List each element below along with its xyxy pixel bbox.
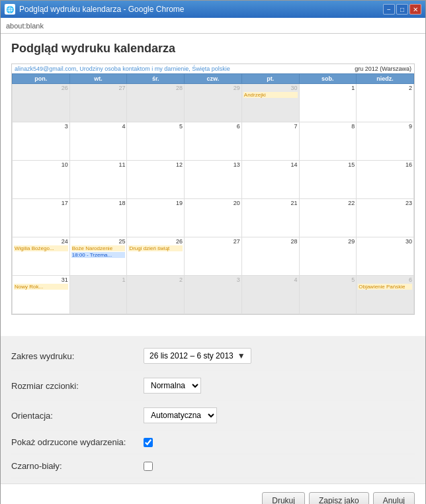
day-number: 16 [358,161,412,168]
title-bar-left: 🌐 Podgląd wydruku kalendarza - Google Ch… [5,4,184,15]
calendar-day-cell: 1 [299,84,357,122]
font-size-control: Mała Normalna Duża [144,378,201,394]
calendar-day-cell: 17 [13,199,70,237]
calendar-day-cell: 31Nowy Rok... [13,276,70,314]
day-number: 27 [71,85,126,91]
calendar-day-cell: 21 [241,199,299,237]
calendar-day-cell: 20 [185,199,242,237]
font-size-label: Rozmiar czcionki: [11,381,144,391]
day-number: 1 [71,276,126,283]
print-range-value: 26 lis 2012 – 6 sty 2013 [149,351,234,360]
day-number: 1 [301,85,355,91]
address-text: about:blank [6,22,44,30]
calendar-day-cell: 13 [185,161,242,199]
show-rejected-row: Pokaż odrzucone wydarzenia: [11,431,415,454]
day-number: 14 [243,161,298,168]
day-number: 2 [128,276,183,283]
calendar-event: Boże Narodzenie [71,245,126,251]
calendar-week-row: 24Wigilia Bożego...25Boże Narodzenie18:0… [13,237,414,276]
calendar-day-cell: 23 [357,199,414,237]
day-header-tue: wt. [69,74,127,84]
day-header-sat: sob. [299,74,357,84]
calendar-header: alinazk549@gmail.com, Urodziny osoba kon… [12,64,414,73]
day-number: 29 [186,85,240,91]
day-number: 10 [14,161,68,168]
calendar-event: Objawienie Pańskie [358,284,412,290]
day-number: 20 [186,200,240,206]
day-number: 18 [71,200,126,206]
show-rejected-checkbox[interactable] [144,438,153,447]
day-number: 24 [14,238,68,245]
day-number: 13 [186,161,240,168]
close-button[interactable]: ✕ [409,4,421,15]
cancel-button[interactable]: Anuluj [373,492,415,504]
print-range-row: Zakres wydruku: 26 lis 2012 – 6 sty 2013… [11,341,415,371]
day-number: 4 [71,123,126,130]
bw-control [144,462,153,471]
day-number: 3 [186,276,240,283]
day-number: 27 [186,238,240,245]
day-number: 28 [128,85,183,91]
day-header-thu: czw. [185,74,242,84]
calendar-week-row: 31Nowy Rok...123456Objawienie Pańskie [13,276,414,314]
calendar-day-cell: 2 [357,84,414,122]
calendar-event: 18:00 - Trzema... [71,252,126,258]
calendar-table: pon. wt. śr. czw. pt. sob. niedz. 262728… [12,73,414,314]
day-header-wed: śr. [127,74,185,84]
address-bar: about:blank [1,18,425,34]
calendar-day-cell: 27 [69,84,127,122]
day-number: 6 [358,276,412,283]
calendar-month-year: gru 2012 (Warszawa) [355,65,411,72]
day-number: 11 [71,161,126,168]
calendar-user-info: alinazk549@gmail.com, Urodziny osoba kon… [15,65,230,72]
main-window: 🌐 Podgląd wydruku kalendarza - Google Ch… [0,0,426,504]
calendar-day-cell: 26Drugi dzień świąt [127,237,185,276]
print-range-button[interactable]: 26 lis 2012 – 6 sty 2013 ▼ [144,348,251,364]
day-number: 26 [128,238,183,245]
day-number: 6 [186,123,240,130]
day-number: 21 [243,200,298,206]
day-header-sun: niedz. [357,74,414,84]
font-size-select[interactable]: Mała Normalna Duża [144,378,201,394]
calendar-day-cell: 24Wigilia Bożego... [13,237,70,276]
title-bar: 🌐 Podgląd wydruku kalendarza - Google Ch… [1,1,425,18]
calendar-day-cell: 11 [69,161,127,199]
day-header-mon: pon. [13,74,70,84]
calendar-week-row: 2627282930Andrzejki12 [13,84,414,122]
print-button[interactable]: Drukuj [262,492,305,504]
calendar-day-cell: 6Objawienie Pańskie [357,276,414,314]
save-as-button[interactable]: Zapisz jako [309,492,369,504]
day-number: 2 [358,85,412,91]
bw-label: Czarno-biały: [11,461,144,471]
calendar-day-cell: 3 [185,276,242,314]
day-number: 30 [358,238,412,245]
minimize-button[interactable]: − [383,4,395,15]
calendar-days-header: pon. wt. śr. czw. pt. sob. niedz. [13,74,414,84]
day-number: 29 [301,238,355,245]
day-number: 30 [243,85,298,91]
calendar-day-cell: 22 [299,199,357,237]
page-content: Podgląd wydruku kalendarza alinazk549@gm… [1,34,425,336]
day-number: 23 [358,200,412,206]
bw-checkbox[interactable] [144,462,153,471]
calendar-day-cell: 28 [127,84,185,122]
calendar-day-cell: 3 [13,122,70,161]
show-rejected-control [144,438,153,447]
calendar-day-cell: 18 [69,199,127,237]
maximize-button[interactable]: □ [396,4,408,15]
orientation-select[interactable]: Pionowa Pozioma Automatyczna [144,407,217,423]
calendar-day-cell: 9 [357,122,414,161]
calendar-day-cell: 1 [69,276,127,314]
calendar-day-cell: 8 [299,122,357,161]
day-number: 22 [301,200,355,206]
orientation-label: Orientacja: [11,411,144,421]
calendar-day-cell: 2 [127,276,185,314]
print-range-label: Zakres wydruku: [11,351,144,361]
day-number: 25 [71,238,126,245]
dropdown-arrow-icon: ▼ [237,351,245,360]
day-number: 12 [128,161,183,168]
calendar-preview: alinazk549@gmail.com, Urodziny osoba kon… [11,63,415,315]
calendar-day-cell: 12 [127,161,185,199]
calendar-event: Andrzejki [243,92,298,98]
calendar-day-cell: 15 [299,161,357,199]
